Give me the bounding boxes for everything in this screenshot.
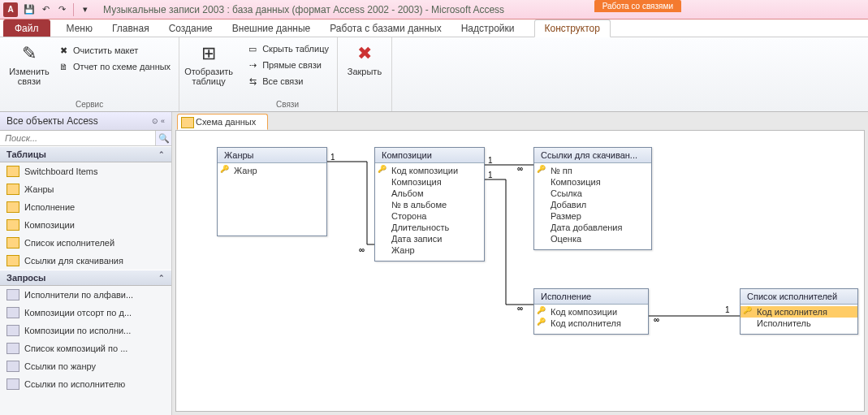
query-item[interactable]: Композиции отсорт по д... [0,304,171,322]
nav-item-label: Жанры [24,184,54,194]
nav-item-label: Композиции отсорт по д... [24,308,132,318]
nav-group-tables-label: Таблицы [6,149,46,159]
field[interactable]: Код композиции [375,165,484,176]
field[interactable]: Сторона [375,210,484,222]
nav-group-queries-label: Запросы [6,273,45,283]
field[interactable]: Композиция [375,176,484,188]
table-item[interactable]: Исполнение [0,198,171,216]
field[interactable]: Добавил [534,199,651,210]
svg-text:∞: ∞ [517,164,523,173]
field[interactable]: Код исполнителя [534,318,648,329]
field[interactable]: Композиция [534,176,651,188]
field[interactable]: Жанр [218,165,326,176]
query-item[interactable]: Ссылки по исполнителю [0,375,171,393]
field[interactable]: Оценка [534,233,651,244]
field[interactable]: Длительность [375,222,484,233]
query-icon [6,307,19,318]
collapse-icon[interactable]: ⌃ [158,274,165,282]
tab-home[interactable]: Главная [102,20,159,37]
nav-group-queries[interactable]: Запросы ⌃ [0,270,171,286]
document-tab[interactable]: Схема данных [177,114,268,130]
group-service-label: Сервис [5,99,174,110]
table-icon [6,184,19,195]
field[interactable]: Ссылка [534,188,651,199]
save-icon[interactable]: 💾 [22,2,37,17]
ribbon-group-service: ✎ Изменить связи ✖ Очистить макет 🗎 Отче… [0,37,179,111]
show-table-button[interactable]: ⊞ Отобразить таблицу [184,39,233,88]
table-title: Список исполнителей [741,289,857,305]
search-input[interactable] [0,131,155,145]
relationship-report-button[interactable]: 🗎 Отчет по схеме данных [54,58,174,75]
field[interactable]: Дата записи [375,233,484,244]
tab-external[interactable]: Внешние данные [222,20,321,37]
nav-item-label: Ссылки по исполнителю [24,379,125,389]
field[interactable]: Код исполнителя [741,306,857,318]
close-label: Закрыть [348,67,382,76]
direct-relations-icon: ⇢ [246,58,259,71]
search-icon[interactable]: 🔍 [155,131,171,145]
file-tab[interactable]: Файл [3,19,50,37]
nav-item-label: Композиции по исполни... [24,326,131,335]
direct-relations-button[interactable]: ⇢ Прямые связи [243,57,332,73]
nav-header-dropdown-icon[interactable]: ⊙ « [152,117,165,125]
ribbon-group-showtable: ⊞ Отобразить таблицу [179,37,238,111]
field[interactable]: Размер [534,210,651,222]
nav-group-tables[interactable]: Таблицы ⌃ [0,146,171,162]
redo-icon[interactable]: ↷ [54,2,69,17]
field[interactable]: Код композиции [534,306,648,318]
field[interactable]: Жанр [375,244,484,256]
table-title: Исполнение [534,289,648,305]
all-relations-button[interactable]: ⇆ Все связи [243,73,332,89]
contextual-tab-label: Работа со связями [594,0,681,12]
table-item[interactable]: Switchboard Items [0,162,171,180]
qat-customize-icon[interactable]: ▾ [78,2,93,17]
clear-layout-label: Очистить макет [73,45,138,55]
nav-item-label: Список исполнителей [24,238,114,248]
diagram-table-compositions[interactable]: Композиции Код композиции Композиция Аль… [374,147,485,262]
query-item[interactable]: Ссылки по жанру [0,357,171,375]
nav-item-label: Список композиций по ... [24,344,127,353]
table-item[interactable]: Композиции [0,216,171,234]
direct-relations-label: Прямые связи [262,60,322,70]
diagram-table-perform[interactable]: Исполнение Код композиции Код исполнител… [533,288,649,335]
query-icon [6,289,19,300]
tab-create[interactable]: Создание [159,20,222,37]
field[interactable]: Альбом [375,188,484,199]
query-item[interactable]: Исполнители по алфави... [0,286,171,304]
close-button[interactable]: ✖ Закрыть [343,39,386,78]
diagram-table-artists[interactable]: Список исполнителей Код исполнителя Испо… [740,288,858,335]
tab-design[interactable]: Конструктор [534,19,611,37]
table-item[interactable]: Жанры [0,180,171,198]
contextual-tab-group: Работа со связями [594,0,681,12]
show-table-icon: ⊞ [196,41,222,67]
clear-layout-button[interactable]: ✖ Очистить макет [54,42,174,58]
hide-table-button[interactable]: ▭ Скрыть таблицу [243,41,332,57]
collapse-icon[interactable]: ⌃ [158,150,165,158]
query-item[interactable]: Композиции по исполни... [0,322,171,339]
tab-addins[interactable]: Надстройки [451,20,525,37]
diagram-table-links[interactable]: Ссылки для скачиван... № пп Композиция С… [533,147,652,250]
nav-item-label: Исполнители по алфави... [24,290,133,300]
table-item[interactable]: Список исполнителей [0,234,171,252]
field[interactable]: № пп [534,165,651,176]
ribbon-group-close: ✖ Закрыть [338,37,392,111]
undo-icon[interactable]: ↶ [38,2,53,17]
group-empty-label [184,108,233,110]
nav-search: 🔍 [0,131,171,146]
edit-relationships-button[interactable]: ✎ Изменить связи [5,39,54,88]
field[interactable]: № в альбоме [375,199,484,210]
clear-layout-icon: ✖ [57,44,70,57]
tab-menu[interactable]: Меню [57,20,102,37]
field[interactable]: Исполнитель [741,318,857,329]
nav-item-label: Switchboard Items [24,166,97,176]
relationships-canvas[interactable]: 1 ∞ 1 ∞ 1 ∞ 1 ∞ Жанры Жанр [175,130,865,412]
nav-header[interactable]: Все объекты Access ⊙ « [0,112,171,131]
table-item[interactable]: Ссылки для скачивания [0,252,171,270]
query-item[interactable]: Список композиций по ... [0,339,171,357]
tab-dbtools[interactable]: Работа с базами данных [320,20,451,37]
table-icon [6,255,19,266]
diagram-table-genres[interactable]: Жанры Жанр [217,147,327,236]
table-icon [6,237,19,249]
qat-separator [73,3,74,16]
field[interactable]: Дата добавления [534,222,651,233]
